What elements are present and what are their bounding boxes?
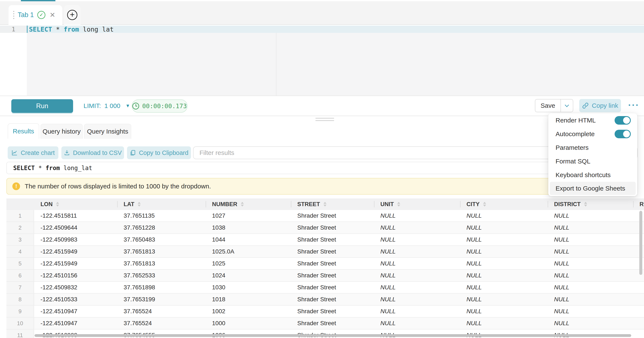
table-cell: NULL <box>374 270 460 281</box>
editor-empty-area[interactable] <box>0 33 644 96</box>
editor-tab[interactable]: Tab 1 ✓ ✕ <box>8 5 62 25</box>
column-header-unit[interactable]: UNIT <box>374 199 460 210</box>
run-button[interactable]: Run <box>11 99 73 113</box>
sql-identifier: long_lat <box>60 164 92 172</box>
column-header-street[interactable]: STREET <box>291 199 374 210</box>
sort-icon[interactable] <box>241 202 244 207</box>
row-number-header <box>6 199 34 210</box>
menu-item-keyboard-shortcuts[interactable]: Keyboard shortcuts <box>548 168 637 182</box>
sql-lab-app: Tab 1 ✓ ✕ + 1 SELECT * from long_lat Run… <box>0 0 644 338</box>
table-cell: NULL <box>548 258 633 269</box>
sort-icon[interactable] <box>397 202 400 207</box>
table-row[interactable]: 6-122.451015637.76525331024Shrader Stree… <box>6 270 644 282</box>
tab-results[interactable]: Results <box>8 123 39 139</box>
sql-operator: * <box>35 164 46 172</box>
column-header-district[interactable]: DISTRICT <box>548 199 633 210</box>
sql-code-line[interactable]: SELECT * from long_lat <box>27 26 644 33</box>
table-row[interactable]: 1-122.451581137.76511351027Shrader Stree… <box>6 210 644 222</box>
table-row[interactable]: 2-122.450964437.76512281038Shrader Stree… <box>6 222 644 234</box>
table-cell: Shrader Street <box>291 270 374 281</box>
create-chart-button[interactable]: Create chart <box>8 146 58 159</box>
menu-item-render-html[interactable]: Render HTML <box>548 113 637 127</box>
warning-text: The number of rows displayed is limited … <box>25 183 211 190</box>
table-cell: NULL <box>460 222 548 233</box>
sort-icon[interactable] <box>56 202 59 207</box>
tab-query-history[interactable]: Query history <box>40 124 83 139</box>
table-cell: Shrader Street <box>291 246 374 257</box>
table-row[interactable]: 9-122.451094737.7655241002Shrader Street… <box>6 305 644 317</box>
table-cell: 37.7652533 <box>117 270 206 281</box>
table-cell: 37.7651228 <box>117 222 206 233</box>
menu-item-export-google-sheets[interactable]: Export to Google Sheets <box>550 182 636 195</box>
editor-pane-divider[interactable] <box>276 33 276 96</box>
add-tab-icon[interactable]: + <box>67 10 77 20</box>
menu-item-label: Format SQL <box>556 158 590 165</box>
table-row[interactable]: 5-122.451594937.76518131025Shrader Stree… <box>6 258 644 270</box>
table-row[interactable]: 10-122.451094737.7655241000Shrader Stree… <box>6 317 644 329</box>
table-cell: Shrader Street <box>291 234 374 245</box>
save-button[interactable]: Save <box>535 99 560 112</box>
table-cell: 37.7650483 <box>117 234 206 245</box>
chevron-down-icon: ▼ <box>126 103 130 109</box>
table-cell: NULL <box>460 258 548 269</box>
table-cell: 1018 <box>206 294 291 305</box>
results-table-body: 1-122.451581137.76511351027Shrader Stree… <box>6 210 644 338</box>
copy-link-button[interactable]: Copy link <box>579 99 621 112</box>
limit-value: 1 000 <box>104 102 120 109</box>
menu-item-format-sql[interactable]: Format SQL <box>548 154 637 168</box>
table-cell: NULL <box>548 305 633 317</box>
table-cell <box>633 210 644 222</box>
column-label: RE <box>640 201 644 208</box>
vertical-scrollbar[interactable] <box>639 211 642 275</box>
sql-editor[interactable]: 1 SELECT * from long_lat <box>0 25 644 96</box>
autocomplete-toggle[interactable] <box>614 130 631 138</box>
save-dropdown-button[interactable] <box>560 99 573 112</box>
tab-query-insights[interactable]: Query Insights <box>84 124 131 139</box>
column-label: STREET <box>297 201 320 208</box>
download-csv-button[interactable]: Download to CSV <box>61 146 124 159</box>
menu-item-autocomplete[interactable]: Autocomplete <box>548 127 637 141</box>
table-cell: 1038 <box>206 222 291 233</box>
query-timer: 00:00:00.173 <box>132 99 188 113</box>
table-row[interactable]: 8-122.451053337.76531991018Shrader Stree… <box>6 294 644 305</box>
table-cell: 37.7651813 <box>117 246 206 257</box>
sort-icon[interactable] <box>483 202 486 207</box>
table-cell: NULL <box>460 305 548 317</box>
create-chart-label: Create chart <box>21 149 55 156</box>
sort-icon[interactable] <box>324 202 326 207</box>
table-cell: -122.4510156 <box>34 270 117 281</box>
column-label: CITY <box>466 201 480 208</box>
column-header-re[interactable]: RE <box>633 199 644 210</box>
column-header-lat[interactable]: LAT <box>117 199 206 210</box>
render-html-toggle[interactable] <box>614 116 631 125</box>
table-cell: NULL <box>548 246 633 257</box>
table-row[interactable]: 3-122.450998337.76504831044Shrader Stree… <box>6 234 644 246</box>
copy-clipboard-button[interactable]: Copy to Clipboard <box>127 146 191 159</box>
row-number: 6 <box>6 270 34 281</box>
table-cell: -122.4515949 <box>34 258 117 269</box>
query-toolbar: Run LIMIT: 1 000 ▼ 00:00:00.173 Save Cop… <box>0 96 644 116</box>
tab-label: Tab 1 <box>18 11 34 19</box>
column-header-city[interactable]: CITY <box>460 199 548 210</box>
editor-active-line[interactable]: 1 SELECT * from long_lat <box>0 26 644 33</box>
menu-item-parameters[interactable]: Parameters <box>548 141 637 154</box>
table-cell: NULL <box>460 282 548 293</box>
horizontal-scrollbar[interactable] <box>34 334 631 337</box>
table-cell: 37.7651898 <box>117 282 206 293</box>
sort-icon[interactable] <box>584 202 587 207</box>
column-header-lon[interactable]: LON <box>34 199 117 210</box>
row-number: 7 <box>6 282 34 293</box>
close-tab-icon[interactable]: ✕ <box>50 11 56 19</box>
sort-icon[interactable] <box>138 202 141 207</box>
pane-resize-handle[interactable] <box>316 118 334 122</box>
table-cell: 1025 <box>206 258 291 269</box>
table-row[interactable]: 4-122.451594937.76518131025.0AShrader St… <box>6 246 644 258</box>
clipboard-icon <box>130 149 136 156</box>
column-header-number[interactable]: NUMBER <box>206 199 291 210</box>
table-cell <box>633 246 644 257</box>
limit-dropdown[interactable]: LIMIT: 1 000 ▼ <box>84 96 130 116</box>
new-tab-stub[interactable]: + <box>64 5 80 25</box>
drag-handle-icon[interactable] <box>13 11 14 19</box>
more-menu-button[interactable]: ··· <box>626 98 642 112</box>
table-row[interactable]: 7-122.450983237.76518981030Shrader Stree… <box>6 282 644 294</box>
